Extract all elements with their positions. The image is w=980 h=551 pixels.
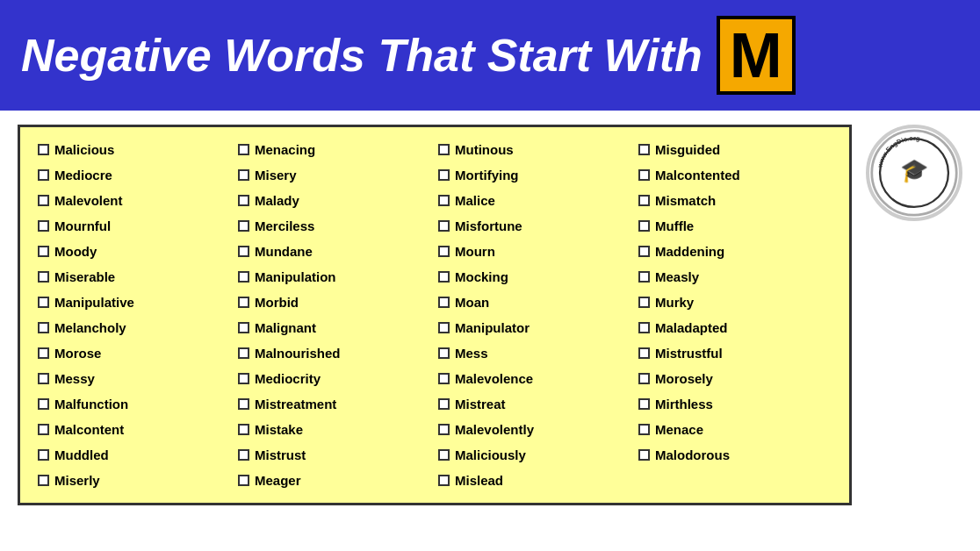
- list-item: Mismatch: [635, 189, 835, 212]
- word-label: Mistreatment: [255, 395, 336, 413]
- checkbox-icon[interactable]: [38, 195, 49, 206]
- list-item: Muffle: [635, 214, 835, 238]
- checkbox-icon[interactable]: [38, 297, 49, 308]
- letter-box: M: [717, 16, 796, 95]
- list-item: Mistreat: [435, 392, 635, 416]
- checkbox-icon[interactable]: [238, 195, 249, 206]
- checkbox-icon[interactable]: [638, 347, 650, 359]
- list-item: Mediocre: [34, 163, 234, 187]
- word-label: Mistreat: [455, 395, 506, 413]
- checkbox-icon[interactable]: [38, 322, 49, 333]
- checkbox-icon[interactable]: [238, 271, 249, 283]
- checkbox-icon[interactable]: [238, 449, 249, 461]
- checkbox-icon[interactable]: [638, 398, 650, 410]
- list-item: Maliciously: [435, 443, 635, 467]
- checkbox-icon[interactable]: [238, 322, 249, 333]
- list-item: Mocking: [435, 265, 635, 289]
- word-label: Malcontented: [655, 166, 740, 184]
- word-label: Manipulator: [455, 318, 530, 337]
- word-label: Malcontent: [54, 420, 124, 439]
- checkbox-icon[interactable]: [438, 424, 450, 435]
- list-item: Mislead: [435, 469, 635, 492]
- word-label: Misguided: [655, 140, 720, 159]
- word-label: Mortifying: [455, 166, 519, 184]
- checkbox-icon[interactable]: [438, 322, 450, 333]
- list-item: Mediocrity: [234, 367, 435, 390]
- checkbox-icon[interactable]: [438, 144, 450, 155]
- checkbox-icon[interactable]: [38, 424, 49, 435]
- checkbox-icon[interactable]: [38, 475, 49, 486]
- checkbox-icon[interactable]: [438, 449, 450, 461]
- checkbox-icon[interactable]: [438, 246, 450, 257]
- word-label: Murky: [655, 293, 694, 311]
- checkbox-icon[interactable]: [638, 195, 650, 206]
- checkbox-icon[interactable]: [38, 271, 49, 283]
- checkbox-icon[interactable]: [638, 246, 650, 257]
- checkbox-icon[interactable]: [438, 297, 450, 308]
- list-item: Malnourished: [234, 341, 435, 365]
- checkbox-icon[interactable]: [438, 220, 450, 232]
- list-item: Malevolently: [435, 418, 635, 441]
- checkbox-icon[interactable]: [38, 373, 49, 384]
- list-item: Melancholy: [34, 316, 234, 340]
- checkbox-icon[interactable]: [238, 373, 249, 384]
- checkbox-icon[interactable]: [38, 347, 49, 359]
- checkbox-icon[interactable]: [638, 144, 650, 155]
- checkbox-icon[interactable]: [638, 322, 650, 333]
- checkbox-icon[interactable]: [438, 195, 450, 206]
- word-column-2: MenacingMiseryMaladyMercilessMundaneMani…: [234, 138, 435, 492]
- checkbox-icon[interactable]: [638, 424, 650, 435]
- word-label: Mess: [455, 344, 488, 362]
- word-label: Maddening: [655, 242, 724, 261]
- list-item: Menace: [635, 418, 835, 441]
- list-item: Morbid: [234, 290, 435, 314]
- word-label: Meager: [255, 471, 301, 490]
- checkbox-icon[interactable]: [638, 271, 650, 283]
- checkbox-icon[interactable]: [38, 398, 49, 410]
- list-item: Mutinous: [435, 138, 635, 161]
- word-label: Melancholy: [54, 318, 126, 337]
- word-label: Mistrust: [255, 446, 306, 464]
- list-item: Malevolence: [435, 367, 635, 390]
- checkbox-icon[interactable]: [238, 424, 249, 435]
- checkbox-icon[interactable]: [638, 169, 650, 181]
- word-label: Miserly: [54, 471, 100, 490]
- checkbox-icon[interactable]: [438, 475, 450, 486]
- list-item: Measly: [635, 265, 835, 289]
- checkbox-icon[interactable]: [38, 246, 49, 257]
- word-label: Mutinous: [455, 140, 514, 159]
- checkbox-icon[interactable]: [638, 449, 650, 461]
- word-label: Mediocrity: [255, 369, 321, 388]
- word-label: Mistake: [255, 420, 303, 439]
- checkbox-icon[interactable]: [438, 271, 450, 283]
- word-label: Malevolent: [54, 191, 123, 210]
- list-item: Menacing: [234, 138, 435, 161]
- checkbox-icon[interactable]: [438, 347, 450, 359]
- checkbox-icon[interactable]: [438, 373, 450, 384]
- checkbox-icon[interactable]: [238, 144, 249, 155]
- checkbox-icon[interactable]: [438, 169, 450, 181]
- word-column-1: MaliciousMediocreMalevolentMournfulMoody…: [34, 138, 234, 492]
- list-item: Mourn: [435, 240, 635, 263]
- list-item: Mistrustful: [635, 341, 835, 365]
- checkbox-icon[interactable]: [438, 398, 450, 410]
- checkbox-icon[interactable]: [238, 347, 249, 359]
- checkbox-icon[interactable]: [638, 220, 650, 232]
- checkbox-icon[interactable]: [38, 449, 49, 461]
- checkbox-icon[interactable]: [38, 169, 49, 181]
- checkbox-icon[interactable]: [238, 246, 249, 257]
- header: Negative Words That Start With M: [0, 0, 980, 111]
- list-item: Malodorous: [635, 443, 835, 467]
- checkbox-icon[interactable]: [238, 398, 249, 410]
- checkbox-icon[interactable]: [238, 220, 249, 232]
- checkbox-icon[interactable]: [238, 169, 249, 181]
- checkbox-icon[interactable]: [238, 297, 249, 308]
- checkbox-icon[interactable]: [238, 475, 249, 486]
- checkbox-icon[interactable]: [38, 220, 49, 232]
- checkbox-icon[interactable]: [638, 297, 650, 308]
- checkbox-icon[interactable]: [638, 373, 650, 384]
- checkbox-icon[interactable]: [38, 144, 49, 155]
- word-label: Malevolence: [455, 369, 533, 388]
- list-item: Muddled: [34, 443, 234, 467]
- word-column-4: MisguidedMalcontentedMismatchMuffleMadde…: [635, 138, 835, 492]
